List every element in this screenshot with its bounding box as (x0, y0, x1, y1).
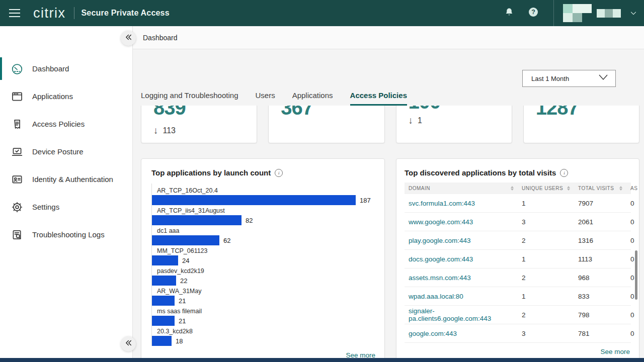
sidebar-item-dashboard[interactable]: Dashboard (0, 55, 132, 82)
bar-category-label: ms saas filemail (157, 308, 374, 315)
bar-value-label: 21 (179, 297, 186, 305)
column-header-domain[interactable]: DOMAIN (405, 183, 518, 194)
sidebar-item-label: Settings (32, 203, 59, 211)
associated-value: 0 (626, 255, 639, 263)
table-row: signaler-pa.clients6.google.com:44327980 (405, 306, 631, 324)
domain-link[interactable]: assets.msn.com:443 (409, 274, 471, 282)
unique-users-value: 1 (518, 255, 574, 263)
sidebar-collapse-button-bottom[interactable] (121, 336, 136, 351)
domain-link[interactable]: svc.formula1.com:443 (409, 200, 475, 207)
tab-logging-and-troubleshooting[interactable]: Logging and Troubleshooting (141, 91, 238, 106)
sort-icon (619, 186, 622, 191)
top-applications-chart-card: Top applications by launch count i AR_TC… (141, 158, 385, 360)
double-chevron-left-icon (124, 33, 133, 44)
total-visits-value: 2061 (574, 218, 626, 226)
user-name-redacted (597, 9, 621, 18)
sidebar-item-label: Access Policies (32, 120, 85, 128)
sidebar-item-identity-authentication[interactable]: Identity & Authentication (0, 165, 132, 193)
unique-users-value: 3 (518, 218, 574, 226)
app-window: citrix Secure Private Access ? (0, 0, 644, 362)
associated-value: 0 (626, 274, 639, 282)
table-row: assets.msn.com:44329680 (405, 268, 631, 287)
breadcrumb: Dashboard (143, 34, 178, 42)
user-account-menu[interactable] (563, 4, 638, 22)
dashboard-icon (10, 62, 24, 76)
time-range-dropdown[interactable]: Last 1 Month (522, 70, 616, 87)
total-visits-value: 781 (574, 330, 626, 337)
bar-category-label: 20.3_kcd2k8 (157, 328, 374, 335)
bar-value-label: 22 (180, 277, 187, 285)
sidebar-item-applications[interactable]: Applications (0, 82, 132, 110)
sidebar-collapse-button-top[interactable] (121, 31, 136, 46)
table-row: svc.formula1.com:443179070 (405, 194, 631, 213)
access-policies-icon (10, 117, 24, 131)
column-header-label: UNIQUE USERS (522, 186, 563, 191)
table-scrollbar-thumb[interactable] (635, 250, 637, 300)
tab-users[interactable]: Users (256, 91, 275, 106)
column-header-label: TOTAL VISITS (578, 186, 614, 191)
bar-category-label: AR_TCP_iis4_31August (157, 207, 374, 215)
sidebar-item-device-posture[interactable]: Device Posture (0, 138, 132, 165)
bar (152, 255, 178, 265)
bar-value-label: 24 (182, 257, 189, 264)
double-chevron-left-icon (124, 338, 133, 349)
bar-value-label: 18 (176, 337, 183, 345)
bar-group: AR_TCP_iis4_31August82 (152, 207, 374, 225)
sidebar-item-label: Troubleshooting Logs (32, 230, 105, 239)
identity-icon (10, 172, 24, 187)
tab-access-policies[interactable]: Access Policies (350, 91, 407, 106)
table-header-row: DOMAINUNIQUE USERSTOTAL VISITSAS (405, 183, 631, 194)
hamburger-menu-icon[interactable] (0, 0, 29, 26)
domain-link[interactable]: play.google.com:443 (409, 237, 471, 244)
bar-category-label: pasdev_kcd2k19 (157, 267, 374, 275)
sidebar-item-access-policies[interactable]: Access Policies (0, 110, 132, 138)
info-icon[interactable]: i (560, 169, 568, 177)
arrow-down-icon: ↓ (153, 126, 158, 135)
domain-link[interactable]: signaler-pa.clients6.google.com:443 (409, 307, 491, 322)
notifications-button[interactable] (499, 3, 519, 23)
breadcrumb-bar: Dashboard (133, 26, 644, 49)
help-button[interactable]: ? (523, 3, 543, 23)
total-visits-value: 1316 (574, 237, 626, 244)
bar-value-label: 62 (223, 237, 230, 244)
tab-applications[interactable]: Applications (292, 91, 333, 106)
bell-icon (504, 7, 515, 20)
sort-icon (511, 186, 514, 191)
bar-group: dc1 aaa62 (152, 227, 374, 245)
sidebar-item-label: Applications (32, 92, 73, 101)
main-content: Last 1 Month Logging and Troubleshooting… (133, 49, 644, 362)
bar-group: 20.3_kcd2k818 (152, 328, 374, 346)
table-body: svc.formula1.com:443179070www.google.com… (405, 194, 631, 343)
column-header-total-visits[interactable]: TOTAL VISITS (574, 183, 626, 194)
domain-link[interactable]: wpad.aaa.local:80 (409, 293, 463, 300)
associated-value: 0 (626, 218, 639, 226)
domain-link[interactable]: google.com:443 (409, 330, 457, 337)
bar-group: AR_TCP_16Oct_20.4187 (152, 187, 374, 205)
domain-link[interactable]: docs.google.com:443 (409, 255, 473, 263)
bar (152, 336, 172, 346)
table-see-more-link[interactable]: See more (600, 348, 630, 355)
sidebar-item-troubleshooting-logs[interactable]: Troubleshooting Logs (0, 221, 132, 248)
table-row: wpad.aaa.local:8018330 (405, 287, 631, 306)
total-visits-value: 1113 (574, 255, 626, 263)
chevron-down-icon (597, 73, 609, 83)
info-icon[interactable]: i (275, 169, 283, 177)
bar (152, 276, 176, 286)
help-icon: ? (527, 6, 539, 20)
chevron-down-icon (629, 9, 638, 18)
associated-value: 0 (626, 311, 639, 319)
sidebar-item-settings[interactable]: Settings (0, 193, 132, 221)
discovered-applications-table-card: Top discovered applications by total vis… (396, 158, 639, 360)
column-header-as[interactable]: AS (626, 183, 639, 194)
table-title: Top discovered applications by total vis… (405, 168, 556, 177)
unique-users-value: 1 (518, 200, 574, 207)
total-visits-value: 833 (574, 293, 626, 300)
bar-value-label: 187 (360, 197, 371, 204)
unique-users-value: 2 (518, 311, 574, 319)
domain-link[interactable]: www.google.com:443 (409, 218, 473, 226)
header-divider (553, 0, 554, 26)
bar-group: pasdev_kcd2k1922 (152, 267, 374, 286)
bar-group: MM_TCP_06112324 (152, 247, 374, 265)
column-header-unique-users[interactable]: UNIQUE USERS (518, 183, 574, 194)
table-row: play.google.com:443213160 (405, 231, 631, 250)
